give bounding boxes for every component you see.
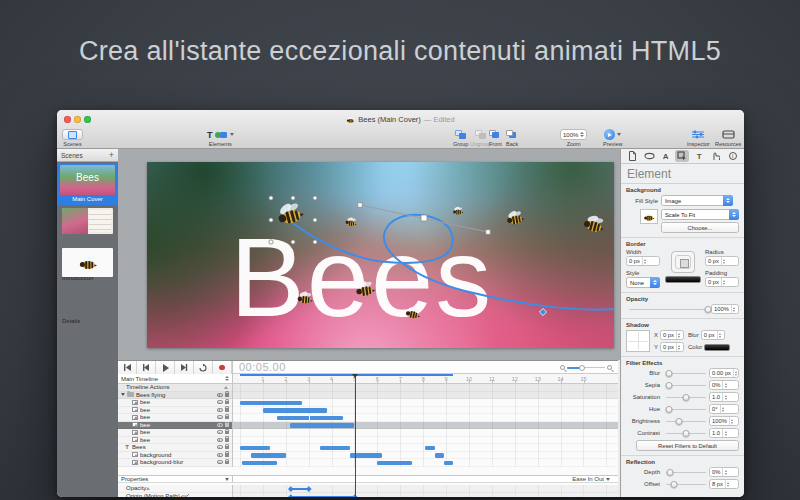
keyframe-diamond[interactable] — [288, 486, 293, 491]
group-button[interactable]: Group — [453, 129, 468, 147]
ungroup-button[interactable]: Ungroup — [470, 129, 491, 147]
timeline-layer-bees-flying[interactable]: Bees flying — [118, 392, 232, 400]
lock-toggle[interactable] — [225, 446, 230, 450]
animation-bar[interactable] — [242, 461, 276, 466]
inspector-tab-element[interactable] — [675, 150, 689, 162]
lock-toggle[interactable] — [225, 393, 230, 397]
choose-image-button[interactable]: Choose... — [661, 222, 739, 233]
visibility-toggle[interactable] — [217, 393, 223, 397]
border-width-stepper[interactable]: 0 px — [626, 256, 660, 266]
timeline-zoom-knob[interactable] — [579, 365, 585, 371]
filter-hue-stepper[interactable]: 0° — [709, 404, 739, 414]
property-row-opacity[interactable]: Opacity — [118, 485, 232, 493]
timeline-zoom-control[interactable] — [560, 365, 612, 371]
timeline-layer-bee[interactable]: bee — [118, 407, 232, 415]
inspector-toggle-button[interactable]: Inspector — [687, 129, 710, 147]
visibility-toggle[interactable] — [217, 438, 223, 442]
timeline-track[interactable] — [233, 452, 618, 460]
inspector-tab-identity[interactable]: i — [726, 150, 740, 162]
timeline-track[interactable] — [233, 459, 618, 467]
animation-bar[interactable] — [435, 453, 444, 458]
animation-bar[interactable] — [444, 461, 453, 466]
border-style-dropdown[interactable]: None — [626, 277, 660, 288]
main-timeline-selector[interactable]: Main Timeline — [118, 374, 233, 384]
inspector-tab-actions[interactable] — [709, 150, 723, 162]
border-edges-widget[interactable] — [671, 251, 695, 273]
reset-filters-button[interactable]: Reset Filters to Default — [636, 440, 739, 451]
timeline-track[interactable] — [233, 437, 618, 445]
bezier-control-point[interactable] — [486, 230, 490, 234]
reflection-depth-stepper[interactable]: 0% — [709, 467, 739, 477]
filter-contrast-stepper[interactable]: 1.0 — [709, 428, 739, 438]
border-radius-stepper[interactable]: 0 px — [705, 256, 739, 266]
lock-toggle[interactable] — [225, 431, 230, 435]
filter-blur-slider[interactable] — [666, 370, 706, 377]
lock-toggle[interactable] — [225, 453, 230, 457]
resources-button[interactable]: Resources — [715, 129, 741, 147]
inspector-tab-scene[interactable] — [642, 150, 656, 162]
timeline-ruler[interactable]: 123456789101112131415 — [233, 374, 618, 384]
animation-bar[interactable] — [240, 446, 270, 451]
timeline-track[interactable] — [233, 444, 618, 452]
zoom-stepper[interactable]: 100% Zoom — [560, 129, 587, 147]
bee-element[interactable] — [583, 212, 607, 234]
jump-to-start-button[interactable] — [118, 361, 137, 374]
lock-toggle[interactable] — [225, 408, 230, 412]
keyframe-diamond[interactable] — [288, 494, 293, 497]
timeline-layer-timeline-actions[interactable]: Timeline Actions — [118, 384, 232, 392]
fill-style-dropdown[interactable]: Image — [661, 195, 733, 206]
animation-bar[interactable] — [240, 401, 302, 406]
selection-handle[interactable] — [313, 196, 317, 200]
filter-sepia-slider[interactable] — [666, 382, 706, 389]
motion-path[interactable] — [294, 215, 614, 310]
animation-bar[interactable] — [263, 408, 327, 413]
opacity-slider[interactable] — [629, 306, 708, 313]
shadow-color-swatch[interactable] — [704, 344, 730, 351]
lock-toggle[interactable] — [225, 461, 230, 465]
selection-handle[interactable] — [313, 240, 317, 244]
playhead[interactable] — [355, 374, 356, 497]
bee-element[interactable] — [405, 305, 422, 320]
collapse-properties-icon[interactable] — [225, 478, 229, 481]
selection-handle[interactable] — [291, 240, 295, 244]
add-scene-button[interactable]: + — [109, 152, 114, 158]
timeline-layer-bee[interactable]: bee — [118, 414, 232, 422]
easing-selector[interactable]: Ease In Out — [572, 476, 604, 482]
timeline-layer-background[interactable]: background — [118, 452, 232, 460]
filter-contrast-slider[interactable] — [666, 430, 706, 437]
next-frame-button[interactable] — [175, 361, 194, 374]
previous-frame-button[interactable] — [137, 361, 156, 374]
timeline-track[interactable] — [233, 392, 618, 400]
inspector-tab-text[interactable]: T — [692, 150, 706, 162]
fill-image-thumbnail[interactable] — [640, 209, 658, 224]
timeline-layer-bee[interactable]: bee — [118, 422, 232, 430]
zoom-in-icon[interactable] — [607, 365, 612, 370]
animation-bar[interactable] — [277, 416, 343, 421]
front-button[interactable]: Front — [489, 129, 502, 147]
bezier-control-point[interactable] — [421, 215, 427, 221]
timeline-track[interactable] — [233, 384, 618, 392]
animation-bar[interactable] — [425, 446, 434, 451]
animation-bar[interactable] — [290, 423, 354, 428]
animation-bar[interactable] — [251, 453, 285, 458]
filter-hue-slider[interactable] — [666, 406, 706, 413]
lock-toggle[interactable] — [225, 423, 230, 427]
back-button[interactable]: Back — [506, 129, 518, 147]
path-keyframe-diamond[interactable] — [539, 308, 546, 315]
keyframe-diamond[interactable] — [306, 486, 311, 491]
selected-bee-element[interactable] — [275, 199, 305, 226]
timeline-track[interactable] — [233, 414, 618, 422]
selection-handle[interactable] — [291, 196, 295, 200]
filter-saturation-slider[interactable] — [666, 394, 706, 401]
bee-element[interactable] — [355, 279, 376, 297]
property-track[interactable] — [233, 485, 618, 493]
bee-element[interactable] — [453, 206, 463, 215]
filter-sepia-stepper[interactable]: 0% — [709, 380, 739, 390]
elements-toolbar-button[interactable]: T Elements — [207, 129, 234, 147]
shadow-y-stepper[interactable]: 0 px — [660, 342, 684, 352]
timeline-layer-bee[interactable]: bee — [118, 399, 232, 407]
filter-brightness-stepper[interactable]: 100% — [709, 416, 739, 426]
filter-saturation-stepper[interactable]: 1.0 — [709, 392, 739, 402]
reflection-offset-stepper[interactable]: 8 px — [709, 479, 739, 489]
visibility-toggle[interactable] — [217, 415, 223, 419]
